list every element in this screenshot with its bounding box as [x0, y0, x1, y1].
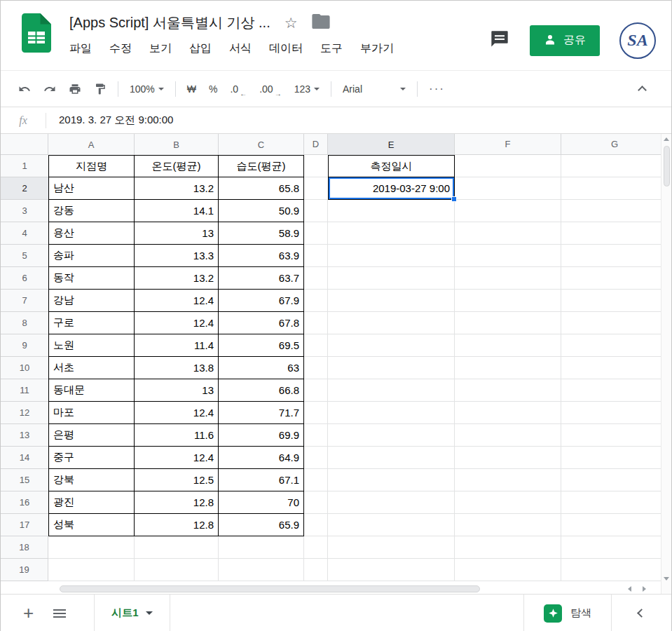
cell-G2[interactable] — [561, 177, 668, 200]
cell-A4[interactable]: 용산 — [48, 222, 135, 245]
cell-D13[interactable] — [304, 424, 328, 447]
row-header-9[interactable]: 9 — [1, 334, 48, 357]
cell-D15[interactable] — [304, 469, 328, 491]
more-toolbar-button[interactable]: ··· — [423, 77, 451, 101]
redo-button[interactable] — [37, 77, 62, 101]
percent-format-button[interactable]: % — [203, 77, 224, 101]
cell-G7[interactable] — [561, 290, 668, 312]
cell-G8[interactable] — [561, 312, 668, 334]
column-header-E[interactable]: E — [328, 134, 455, 155]
cell-G5[interactable] — [561, 245, 668, 267]
menu-item-3[interactable]: 보기 — [149, 41, 172, 56]
row-header-11[interactable]: 11 — [1, 379, 48, 402]
cell-D11[interactable] — [304, 379, 328, 402]
collapse-toolbar-button[interactable] — [633, 77, 652, 101]
increase-decimal-button[interactable]: .00 → — [253, 77, 287, 101]
cell-G9[interactable] — [561, 334, 668, 357]
comment-icon[interactable] — [489, 29, 510, 52]
cell-C13[interactable]: 69.9 — [219, 424, 304, 447]
cell-G13[interactable] — [561, 424, 668, 447]
row-header-16[interactable]: 16 — [1, 491, 48, 514]
cell-G15[interactable] — [561, 469, 668, 491]
cell-C3[interactable]: 50.9 — [219, 200, 304, 222]
cell-B7[interactable]: 12.4 — [135, 290, 219, 312]
row-header-7[interactable]: 7 — [1, 290, 48, 312]
cell-A5[interactable]: 송파 — [48, 245, 135, 267]
cell-A17[interactable]: 성북 — [48, 514, 135, 536]
row-header-12[interactable]: 12 — [1, 402, 48, 424]
cell-A1[interactable]: 지점명 — [48, 155, 135, 177]
menu-item-8[interactable]: 부가기 — [360, 41, 394, 56]
decrease-decimal-button[interactable]: .0 ← — [224, 77, 253, 101]
cell-D4[interactable] — [304, 222, 328, 245]
avatar[interactable]: SA — [619, 22, 656, 59]
cell-D18[interactable] — [304, 536, 328, 559]
menu-item-6[interactable]: 데이터 — [269, 41, 303, 56]
cell-B5[interactable]: 13.3 — [135, 245, 219, 267]
cell-B12[interactable]: 12.4 — [135, 402, 219, 424]
cell-D17[interactable] — [304, 514, 328, 536]
cell-G3[interactable] — [561, 200, 668, 222]
cell-D9[interactable] — [304, 334, 328, 357]
column-header-B[interactable]: B — [135, 134, 219, 155]
cell-C9[interactable]: 69.5 — [219, 334, 304, 357]
cell-C11[interactable]: 66.8 — [219, 379, 304, 402]
cell-B8[interactable]: 12.4 — [135, 312, 219, 334]
cell-A13[interactable]: 은평 — [48, 424, 135, 447]
cell-G10[interactable] — [561, 357, 668, 379]
menu-item-4[interactable]: 삽입 — [189, 41, 212, 56]
cell-B3[interactable]: 14.1 — [135, 200, 219, 222]
cell-B4[interactable]: 13 — [135, 222, 219, 245]
cell-B18[interactable] — [135, 536, 219, 559]
row-header-17[interactable]: 17 — [1, 514, 48, 536]
cell-A6[interactable]: 동작 — [48, 267, 135, 290]
cell-E13[interactable] — [328, 424, 455, 447]
cell-C14[interactable]: 64.9 — [219, 447, 304, 469]
vertical-scrollbar[interactable] — [661, 134, 671, 584]
cell-F16[interactable] — [455, 491, 561, 514]
row-header-4[interactable]: 4 — [1, 222, 48, 245]
cell-B1[interactable]: 온도(평균) — [135, 155, 219, 177]
column-header-D[interactable]: D — [304, 134, 328, 155]
cell-G19[interactable] — [561, 559, 668, 581]
cell-F4[interactable] — [455, 222, 561, 245]
cell-C5[interactable]: 63.9 — [219, 245, 304, 267]
cell-F19[interactable] — [455, 559, 561, 581]
cell-D14[interactable] — [304, 447, 328, 469]
row-header-14[interactable]: 14 — [1, 447, 48, 469]
cell-G16[interactable] — [561, 491, 668, 514]
scroll-down-icon[interactable] — [664, 577, 669, 581]
cell-B17[interactable]: 12.8 — [135, 514, 219, 536]
cell-A18[interactable] — [48, 536, 135, 559]
cell-C6[interactable]: 63.7 — [219, 267, 304, 290]
cell-F15[interactable] — [455, 469, 561, 491]
cell-C8[interactable]: 67.8 — [219, 312, 304, 334]
column-header-C[interactable]: C — [219, 134, 304, 155]
cell-F9[interactable] — [455, 334, 561, 357]
column-header-F[interactable]: F — [455, 134, 561, 155]
cell-C4[interactable]: 58.9 — [219, 222, 304, 245]
cell-F6[interactable] — [455, 267, 561, 290]
sheet-tab[interactable]: 시트1 — [94, 595, 170, 631]
cell-B16[interactable]: 12.8 — [135, 491, 219, 514]
cell-E5[interactable] — [328, 245, 455, 267]
cell-E19[interactable] — [328, 559, 455, 581]
cell-G1[interactable] — [561, 155, 668, 177]
row-header-5[interactable]: 5 — [1, 245, 48, 267]
cell-A16[interactable]: 광진 — [48, 491, 135, 514]
cell-E17[interactable] — [328, 514, 455, 536]
cell-E4[interactable] — [328, 222, 455, 245]
menu-item-7[interactable]: 도구 — [320, 41, 343, 56]
cell-A12[interactable]: 마포 — [48, 402, 135, 424]
cell-E18[interactable] — [328, 536, 455, 559]
row-header-15[interactable]: 15 — [1, 469, 48, 491]
cell-B15[interactable]: 12.5 — [135, 469, 219, 491]
cell-D3[interactable] — [304, 200, 328, 222]
cell-B13[interactable]: 11.6 — [135, 424, 219, 447]
cell-D7[interactable] — [304, 290, 328, 312]
cell-E12[interactable] — [328, 402, 455, 424]
column-header-A[interactable]: A — [48, 134, 135, 155]
cell-A8[interactable]: 구로 — [48, 312, 135, 334]
cell-F13[interactable] — [455, 424, 561, 447]
row-header-13[interactable]: 13 — [1, 424, 48, 447]
